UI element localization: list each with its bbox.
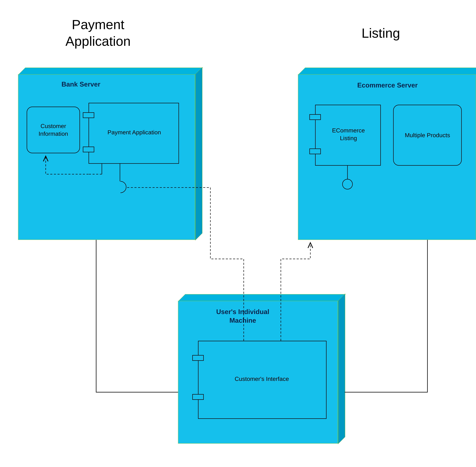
label-customer-information: CustomerInformation bbox=[39, 122, 68, 138]
tab-icon bbox=[83, 112, 94, 118]
label-bank-server: Bank Server bbox=[48, 80, 114, 89]
title-listing: Listing bbox=[343, 25, 419, 41]
circle-icon bbox=[342, 179, 353, 189]
tab-icon bbox=[309, 148, 321, 154]
box-multiple-products: Multiple Products bbox=[393, 105, 462, 166]
tab-icon bbox=[309, 114, 321, 120]
diagram-canvas: PaymentApplication Listing Bank Server C… bbox=[0, 0, 476, 467]
label-ecommerce-server: Ecommerce Server bbox=[345, 81, 430, 90]
box-customer-information: CustomerInformation bbox=[27, 107, 80, 153]
label-multiple-products: Multiple Products bbox=[405, 131, 450, 139]
tab-icon bbox=[83, 147, 94, 152]
tab-icon bbox=[192, 355, 204, 361]
label-ecommerce-listing: ECommerceListing bbox=[322, 127, 375, 142]
title-payment-application: PaymentApplication bbox=[41, 16, 155, 50]
label-user-machine: User's IndividualMachine bbox=[200, 308, 286, 325]
label-payment-application: Payment Application bbox=[91, 129, 177, 136]
label-customers-interface: Customer's Interface bbox=[214, 375, 309, 383]
tab-icon bbox=[192, 394, 204, 400]
